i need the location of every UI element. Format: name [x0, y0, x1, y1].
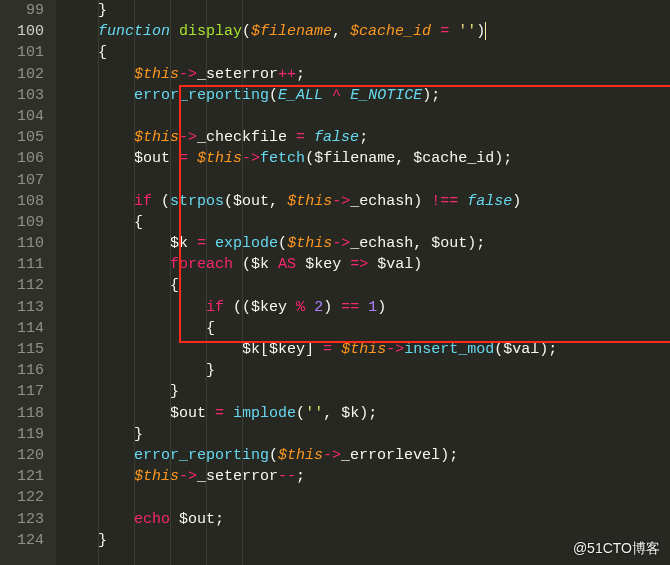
- line-number: 113: [8, 297, 44, 318]
- code-line[interactable]: [62, 170, 670, 191]
- code-line[interactable]: if (strpos($out, $this->_echash) !== fal…: [62, 191, 670, 212]
- code-line[interactable]: }: [62, 381, 670, 402]
- code-line[interactable]: {: [62, 275, 670, 296]
- code-line[interactable]: [62, 106, 670, 127]
- code-line[interactable]: }: [62, 360, 670, 381]
- code-line[interactable]: {: [62, 318, 670, 339]
- line-number-gutter: 99 100 101 102 103 104 105 106 107 108 1…: [0, 0, 56, 565]
- code-area[interactable]: } function display($filename, $cache_id …: [56, 0, 670, 565]
- code-line[interactable]: $k = explode($this->_echash, $out);: [62, 233, 670, 254]
- line-number: 116: [8, 360, 44, 381]
- code-line[interactable]: {: [62, 42, 670, 63]
- line-number: 107: [8, 170, 44, 191]
- code-line[interactable]: $out = $this->fetch($filename, $cache_id…: [62, 148, 670, 169]
- code-line[interactable]: $out = implode('', $k);: [62, 403, 670, 424]
- line-number: 114: [8, 318, 44, 339]
- line-number: 109: [8, 212, 44, 233]
- text-cursor: [485, 22, 486, 40]
- line-number: 124: [8, 530, 44, 551]
- line-number: 105: [8, 127, 44, 148]
- code-line[interactable]: error_reporting(E_ALL ^ E_NOTICE);: [62, 85, 670, 106]
- code-line[interactable]: function display($filename, $cache_id = …: [62, 21, 670, 42]
- line-number: 117: [8, 381, 44, 402]
- code-line[interactable]: [62, 487, 670, 508]
- code-line[interactable]: error_reporting($this->_errorlevel);: [62, 445, 670, 466]
- line-number: 108: [8, 191, 44, 212]
- line-number: 122: [8, 487, 44, 508]
- code-line[interactable]: }: [62, 0, 670, 21]
- code-line[interactable]: $this->_seterror--;: [62, 466, 670, 487]
- code-line[interactable]: if (($key % 2) == 1): [62, 297, 670, 318]
- code-line[interactable]: $this->_checkfile = false;: [62, 127, 670, 148]
- line-number: 119: [8, 424, 44, 445]
- code-line[interactable]: }: [62, 424, 670, 445]
- line-number: 104: [8, 106, 44, 127]
- code-editor[interactable]: 99 100 101 102 103 104 105 106 107 108 1…: [0, 0, 670, 565]
- code-line[interactable]: $this->_seterror++;: [62, 64, 670, 85]
- line-number: 112: [8, 275, 44, 296]
- code-line[interactable]: {: [62, 212, 670, 233]
- line-number: 103: [8, 85, 44, 106]
- line-number: 111: [8, 254, 44, 275]
- line-number: 102: [8, 64, 44, 85]
- line-number: 120: [8, 445, 44, 466]
- watermark: @51CTO博客: [573, 538, 660, 559]
- line-number: 123: [8, 509, 44, 530]
- line-number: 118: [8, 403, 44, 424]
- line-number: 100: [8, 21, 44, 42]
- code-line[interactable]: $k[$key] = $this->insert_mod($val);: [62, 339, 670, 360]
- line-number: 110: [8, 233, 44, 254]
- code-line[interactable]: echo $out;: [62, 509, 670, 530]
- code-line[interactable]: foreach ($k AS $key => $val): [62, 254, 670, 275]
- line-number: 115: [8, 339, 44, 360]
- line-number: 99: [8, 0, 44, 21]
- line-number: 121: [8, 466, 44, 487]
- line-number: 106: [8, 148, 44, 169]
- line-number: 101: [8, 42, 44, 63]
